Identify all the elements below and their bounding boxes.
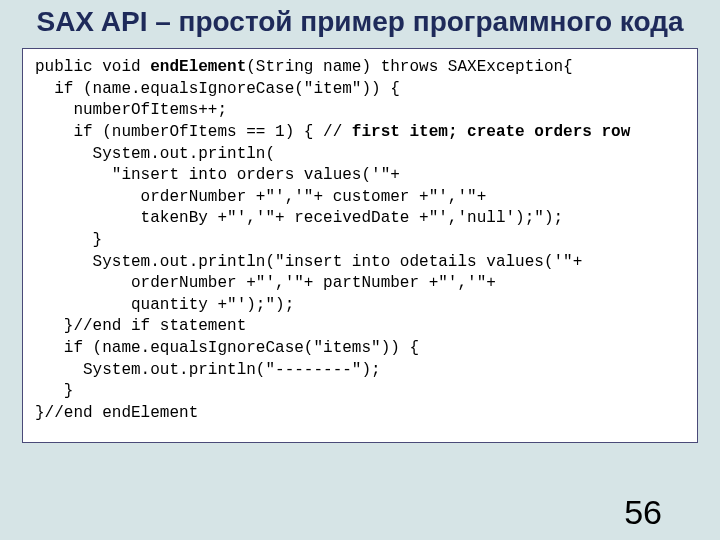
- code-line: orderNumber +"','"+ partNumber +"','"+: [35, 274, 496, 292]
- code-line: }: [35, 382, 73, 400]
- slide-title: SAX API – простой пример программного ко…: [0, 0, 720, 42]
- code-line: System.out.println(: [35, 145, 275, 163]
- code-line: numberOfItems++;: [35, 101, 227, 119]
- code-comment-bold: first item; create orders row: [352, 123, 630, 141]
- page-number: 56: [624, 493, 662, 532]
- code-line: if (name.equalsIgnoreCase("items")) {: [35, 339, 419, 357]
- code-line: takenBy +"','"+ receivedDate +"','null')…: [35, 209, 563, 227]
- slide: SAX API – простой пример программного ко…: [0, 0, 720, 540]
- code-line: if (name.equalsIgnoreCase("item")) {: [35, 80, 400, 98]
- code-bold: endElement: [150, 58, 246, 76]
- code-line: }//end if statement: [35, 317, 246, 335]
- code-line: }: [35, 231, 102, 249]
- code-line: (String name) throws SAXException{: [246, 58, 572, 76]
- code-line: "insert into orders values('"+: [35, 166, 400, 184]
- code-line: }//end endElement: [35, 404, 198, 422]
- code-line: if (numberOfItems == 1) { //: [35, 123, 352, 141]
- code-line: System.out.println("insert into odetails…: [35, 253, 582, 271]
- code-line: orderNumber +"','"+ customer +"','"+: [35, 188, 486, 206]
- code-block: public void endElement(String name) thro…: [22, 48, 698, 443]
- code-line: public void: [35, 58, 150, 76]
- code-line: quantity +"');");: [35, 296, 294, 314]
- code-line: System.out.println("--------");: [35, 361, 381, 379]
